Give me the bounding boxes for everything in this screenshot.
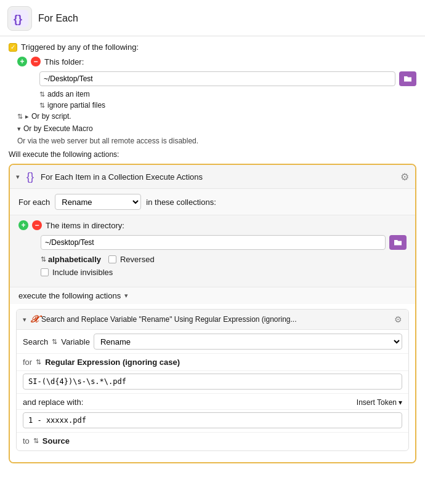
sort-arrows-icon: ⇅ (39, 90, 45, 98)
regex-type-label: Regular Expression (ignoring case) (45, 358, 180, 367)
folder-path-row (39, 71, 416, 86)
execute-macro-label: Or by Execute Macro (23, 124, 93, 133)
for-each-label: For each (18, 198, 50, 207)
sort-updown-icon: ⇅ (41, 255, 46, 263)
will-execute-label: Will execute the following actions: (9, 150, 416, 159)
replace-input[interactable] (23, 412, 402, 428)
remove-dir-button[interactable]: − (32, 220, 42, 230)
web-server-label: Or via the web server but all remote acc… (17, 137, 198, 145)
sort-label: ⇅ alphabetically (41, 255, 101, 264)
source-label: Source (42, 436, 70, 446)
directory-section: + − The items in directory: ⇅ alphabetic… (10, 215, 415, 287)
regex-input-row (17, 371, 408, 394)
search-label: Search (23, 337, 48, 346)
script-sort-icon: ⇅ (17, 113, 23, 121)
replace-header-row: and replace with: Insert Token ▾ (17, 394, 408, 410)
reversed-row: Reversed (108, 255, 155, 264)
body: ✓ Triggered by any of the following: + −… (0, 36, 425, 470)
insert-token-label: Insert Token (357, 398, 397, 407)
action-title: For Each Item in a Collection Execute Ac… (41, 172, 397, 182)
script-row: ⇅ ▸ Or by script. (17, 112, 416, 121)
triggered-section: ✓ Triggered by any of the following: (9, 42, 416, 52)
ignore-partial-row: ⇅ ignore partial files (39, 101, 416, 110)
folder-label: This folder: (44, 57, 84, 66)
action-gear-icon[interactable]: ⚙ (400, 171, 409, 183)
remove-trigger-button[interactable]: − (31, 57, 41, 66)
dir-folder-icon (394, 238, 402, 247)
folder-icon (403, 74, 412, 83)
action-header: ▾ {} For Each Item in a Collection Execu… (10, 165, 415, 189)
action-bottom-padding (10, 456, 415, 462)
folder-browse-button[interactable] (399, 71, 416, 86)
to-label: to (23, 436, 30, 446)
invisibles-label: Include invisibles (52, 268, 113, 277)
replace-label: and replace with: (23, 398, 83, 407)
adds-item-row: ⇅ adds an item (39, 90, 416, 98)
dir-path-input[interactable] (41, 235, 386, 250)
macro-title: For Each (38, 13, 78, 24)
folder-row: + − This folder: (17, 57, 416, 66)
ignore-partial-label: ignore partial files (47, 101, 105, 110)
invisibles-checkbox[interactable] (41, 268, 49, 276)
app-icon: {} (7, 6, 32, 31)
check-icon: ✓ (10, 44, 15, 50)
to-row: to ⇅ Source (17, 433, 408, 450)
sort-alphabetically-label: alphabetically (48, 255, 101, 264)
triggered-label: Triggered by any of the following: (21, 42, 139, 52)
inner-action-title: Search and Replace Variable "Rename" Usi… (41, 315, 391, 324)
insert-token-arrow-icon: ▾ (399, 398, 402, 407)
inner-collapse-icon[interactable]: ▾ (23, 316, 26, 324)
action-curly-icon: {} (23, 170, 37, 183)
insert-token-button[interactable]: Insert Token ▾ (357, 398, 402, 407)
action-container: ▾ {} For Each Item in a Collection Execu… (9, 164, 416, 463)
inner-gear-icon[interactable]: ⚙ (394, 314, 402, 324)
execute-row: execute the following actions ▾ (10, 287, 415, 304)
directory-header: + − The items in directory: (18, 220, 407, 230)
header: {} For Each (0, 0, 425, 36)
dir-folder-button[interactable] (389, 235, 407, 250)
in-collections-label: in these collections: (146, 198, 216, 207)
for-each-row: For each Rename in these collections: (10, 189, 415, 215)
reversed-label: Reversed (120, 255, 155, 264)
variable-label: Variable (61, 337, 90, 346)
for-row: for ⇅ Regular Expression (ignoring case) (17, 354, 408, 371)
action-collapse-icon[interactable]: ▾ (16, 173, 20, 181)
execute-macro-row: ▾ Or by Execute Macro (17, 124, 416, 133)
triggered-checkbox[interactable]: ✓ (9, 43, 17, 52)
script-expand-icon: ▸ (25, 113, 29, 121)
replace-input-row (17, 410, 408, 433)
macro-collapse-icon: ▾ (17, 125, 21, 133)
search-sort-icon: ⇅ (52, 338, 57, 346)
variable-select[interactable]: Rename (94, 334, 402, 350)
web-server-row: Or via the web server but all remote acc… (17, 137, 416, 145)
directory-label: The items in directory: (46, 221, 124, 230)
script-label: Or by script. (31, 112, 71, 121)
rename-select[interactable]: Rename (55, 194, 141, 210)
reversed-checkbox[interactable] (108, 255, 116, 263)
inner-action-header: ▾ 𝒳 Search and Replace Variable "Rename"… (17, 310, 408, 330)
regex-icon: 𝒳 (30, 314, 38, 325)
execute-expand-icon[interactable]: ▾ (124, 292, 128, 300)
dir-path-row (41, 235, 407, 250)
search-variable-row: Search ⇅ Variable Rename (17, 330, 408, 354)
adds-item-label: adds an item (47, 90, 90, 98)
add-dir-button[interactable]: + (18, 220, 28, 230)
for-label: for (23, 358, 32, 367)
invisibles-row: Include invisibles (41, 268, 407, 277)
folder-path-input[interactable] (39, 71, 395, 86)
inner-action: ▾ 𝒳 Search and Replace Variable "Rename"… (16, 309, 409, 451)
for-updown-icon: ⇅ (36, 358, 41, 366)
sort-arrows-icon2: ⇅ (39, 102, 45, 110)
svg-text:{}: {} (14, 13, 22, 25)
to-updown-icon: ⇅ (33, 437, 39, 445)
add-trigger-button[interactable]: + (17, 57, 27, 66)
execute-label: execute the following actions (18, 291, 121, 300)
sort-row: ⇅ alphabetically Reversed (41, 255, 407, 264)
regex-input[interactable] (23, 374, 402, 390)
